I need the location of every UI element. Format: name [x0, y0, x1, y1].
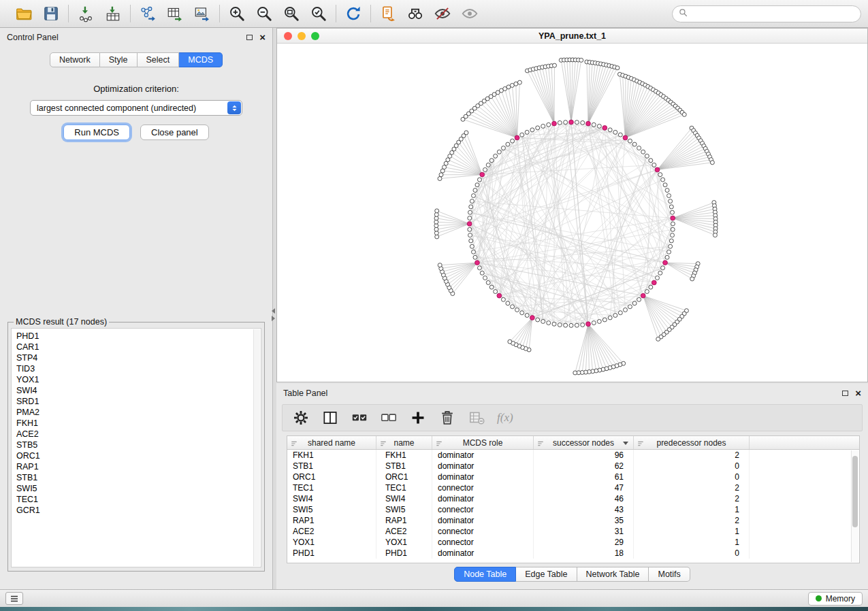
result-list-item[interactable]: PMA2	[12, 407, 261, 418]
table-row[interactable]: ACE2ACE2connector311	[287, 526, 859, 537]
float-table-panel-icon[interactable]	[842, 391, 848, 396]
result-list-item[interactable]: STB5	[12, 440, 261, 450]
control-panel-header: Control Panel ×	[0, 28, 272, 47]
first-neighbors-icon[interactable]	[403, 3, 428, 24]
save-session-icon[interactable]	[39, 3, 63, 24]
result-list-item[interactable]: TEC1	[12, 494, 261, 505]
result-list-item[interactable]: STB1	[12, 472, 261, 483]
open-session-icon[interactable]	[12, 3, 36, 24]
toolbar-group	[69, 3, 130, 24]
network-graph[interactable]	[277, 44, 867, 382]
zoom-fit-icon[interactable]	[279, 3, 304, 24]
close-table-panel-icon[interactable]: ×	[855, 390, 861, 397]
column-header-mcds-role[interactable]: MCDS role	[432, 436, 534, 449]
close-panel-button[interactable]: Close panel	[140, 125, 209, 140]
table-row[interactable]: SWI4SWI4dominator462	[287, 493, 859, 504]
deselect-all-icon[interactable]	[380, 409, 398, 427]
hide-selected-icon[interactable]	[430, 3, 455, 24]
columns-icon[interactable]	[321, 409, 339, 427]
tab-edge-table[interactable]: Edge Table	[516, 567, 577, 582]
select-all-icon[interactable]	[351, 409, 368, 427]
result-list-item[interactable]: GCR1	[12, 505, 261, 516]
table-scrollbar-thumb[interactable]	[852, 456, 858, 527]
export-image-icon[interactable]	[190, 3, 214, 24]
table-cell: PHD1	[376, 548, 432, 559]
search-input[interactable]	[691, 9, 854, 18]
run-mcds-button[interactable]: Run MCDS	[63, 125, 130, 140]
splitter-collapse-arrows[interactable]	[272, 308, 275, 321]
table-row[interactable]: PHD1PHD1dominator180	[287, 548, 859, 559]
result-list-item[interactable]: YOX1	[12, 374, 261, 385]
function-builder-button[interactable]: f(x)	[497, 411, 513, 425]
result-list-item[interactable]: RAP1	[12, 461, 261, 472]
table-row[interactable]: TEC1TEC1connector472	[287, 482, 859, 493]
optimization-dropdown[interactable]: largest connected component (undirected)	[30, 100, 242, 116]
export-network-icon[interactable]	[135, 3, 160, 24]
tab-select[interactable]: Select	[138, 52, 180, 67]
memory-button[interactable]: Memory	[808, 592, 863, 606]
result-list-item[interactable]: SRD1	[12, 396, 261, 407]
tab-mcds[interactable]: MCDS	[179, 52, 223, 67]
window-maximize-icon[interactable]	[311, 32, 319, 40]
network-canvas[interactable]	[277, 44, 867, 382]
table-cell: PHD1	[287, 548, 376, 559]
result-list-item[interactable]: SWI5	[12, 483, 261, 494]
table-row[interactable]: STB1STB1dominator620	[287, 461, 859, 472]
zoom-out-icon[interactable]	[252, 3, 276, 24]
column-header-shared-name[interactable]: shared name	[287, 436, 376, 449]
window-minimize-icon[interactable]	[298, 32, 306, 40]
delete-row-icon[interactable]	[438, 409, 456, 427]
table-cell: YOX1	[287, 537, 376, 548]
table-scrollbar[interactable]	[851, 450, 858, 562]
share-document-icon[interactable]	[376, 3, 400, 24]
table-cell: 1	[634, 526, 750, 537]
table-row[interactable]: ORC1ORC1dominator610	[287, 472, 859, 482]
table-cell: TEC1	[376, 482, 432, 493]
result-list-item[interactable]: TID3	[12, 363, 261, 374]
zoom-in-icon[interactable]	[225, 3, 249, 24]
add-row-icon[interactable]	[409, 409, 427, 427]
tab-network[interactable]: Network	[50, 52, 100, 67]
tab-style[interactable]: Style	[100, 52, 138, 67]
table-row[interactable]: YOX1YOX1connector291	[287, 537, 859, 548]
table-cell: 31	[534, 526, 634, 537]
show-all-icon[interactable]	[457, 3, 482, 24]
delete-column-icon[interactable]	[468, 409, 485, 427]
zoom-selected-icon[interactable]	[306, 3, 331, 24]
column-header-successor-nodes[interactable]: successor nodes	[534, 436, 634, 449]
search-field[interactable]	[672, 5, 861, 22]
table-cell: 46	[534, 493, 634, 504]
result-list-item[interactable]: FKH1	[12, 418, 261, 429]
table-row[interactable]: FKH1FKH1dominator962	[287, 450, 859, 461]
result-list-scrollbar[interactable]	[253, 329, 260, 566]
table-cell: dominator	[432, 493, 534, 504]
import-table-icon[interactable]	[101, 3, 125, 24]
window-close-icon[interactable]	[284, 32, 292, 40]
column-header-name[interactable]: name	[376, 436, 432, 449]
gear-icon[interactable]	[292, 409, 310, 427]
node-table: shared namenameMCDS rolesuccessor nodesp…	[287, 435, 860, 563]
panel-menu-button[interactable]	[5, 592, 23, 605]
result-list-item[interactable]: ORC1	[12, 450, 261, 461]
close-panel-icon[interactable]: ×	[259, 34, 266, 41]
tab-node-table[interactable]: Node Table	[454, 567, 516, 582]
tab-network-table[interactable]: Network Table	[577, 567, 649, 582]
result-list-item[interactable]: PHD1	[12, 331, 261, 342]
table-cell: FKH1	[287, 450, 376, 461]
float-panel-icon[interactable]	[246, 35, 253, 40]
result-list-item[interactable]: STP4	[12, 352, 261, 363]
table-cell: 2	[634, 493, 750, 504]
export-table-icon[interactable]	[163, 3, 187, 24]
refresh-icon[interactable]	[341, 3, 366, 24]
table-row[interactable]: SWI5SWI5connector431	[287, 504, 859, 515]
network-window-titlebar[interactable]: YPA_prune.txt_1	[277, 29, 867, 44]
result-list-item[interactable]: CAR1	[12, 342, 261, 352]
column-header-predecessor-nodes[interactable]: predecessor nodes	[634, 436, 750, 449]
table-cell: ACE2	[287, 526, 376, 537]
table-row[interactable]: RAP1RAP1dominator352	[287, 515, 859, 526]
tab-motifs[interactable]: Motifs	[649, 567, 690, 582]
search-icon	[679, 7, 688, 20]
import-network-icon[interactable]	[74, 3, 98, 24]
result-list-item[interactable]: ACE2	[12, 429, 261, 440]
result-list-item[interactable]: SWI4	[12, 385, 261, 396]
